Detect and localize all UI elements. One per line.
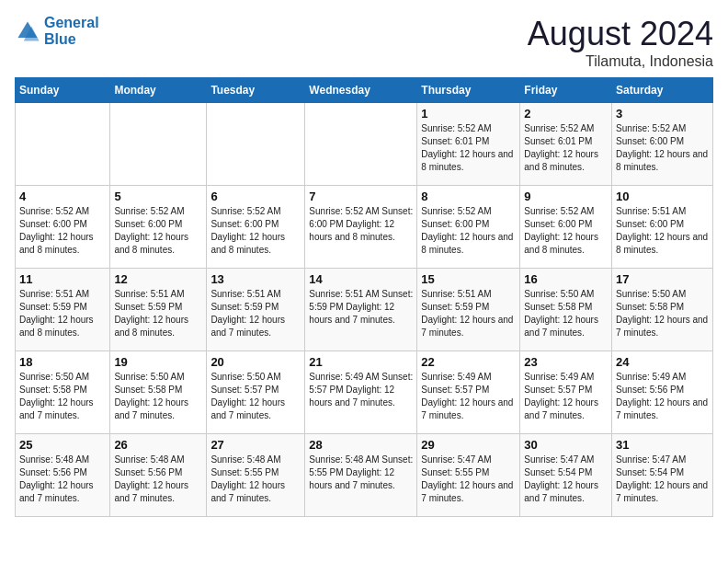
- calendar-cell: 27Sunrise: 5:48 AM Sunset: 5:55 PM Dayli…: [207, 434, 305, 517]
- calendar-cell: 15Sunrise: 5:51 AM Sunset: 5:59 PM Dayli…: [417, 269, 520, 351]
- calendar-cell: 16Sunrise: 5:50 AM Sunset: 5:58 PM Dayli…: [520, 269, 612, 351]
- calendar-cell: 18Sunrise: 5:50 AM Sunset: 5:58 PM Dayli…: [16, 351, 110, 434]
- cell-info-text: Sunrise: 5:52 AM Sunset: 6:00 PM Dayligh…: [309, 205, 413, 244]
- cell-day-number: 13: [210, 272, 301, 286]
- cell-day-number: 31: [616, 438, 709, 452]
- calendar-header-row: SundayMondayTuesdayWednesdayThursdayFrid…: [16, 78, 713, 103]
- cell-info-text: Sunrise: 5:52 AM Sunset: 6:01 PM Dayligh…: [421, 122, 516, 174]
- calendar-week-row: 11Sunrise: 5:51 AM Sunset: 5:59 PM Dayli…: [16, 269, 713, 351]
- cell-day-number: 19: [114, 355, 202, 369]
- calendar-cell: 20Sunrise: 5:50 AM Sunset: 5:57 PM Dayli…: [207, 351, 305, 434]
- calendar-cell: 14Sunrise: 5:51 AM Sunset: 5:59 PM Dayli…: [305, 269, 417, 351]
- cell-day-number: 29: [421, 438, 516, 452]
- calendar-cell: 4Sunrise: 5:52 AM Sunset: 6:00 PM Daylig…: [16, 186, 110, 269]
- cell-day-number: 30: [524, 438, 608, 452]
- cell-day-number: 6: [210, 190, 301, 203]
- calendar-cell: 26Sunrise: 5:48 AM Sunset: 5:56 PM Dayli…: [110, 434, 207, 517]
- calendar-cell: 2Sunrise: 5:52 AM Sunset: 6:01 PM Daylig…: [520, 103, 612, 186]
- calendar-week-row: 25Sunrise: 5:48 AM Sunset: 5:56 PM Dayli…: [16, 434, 713, 517]
- cell-info-text: Sunrise: 5:52 AM Sunset: 6:00 PM Dayligh…: [114, 205, 202, 257]
- calendar-cell: 5Sunrise: 5:52 AM Sunset: 6:00 PM Daylig…: [110, 186, 207, 269]
- calendar-cell: [110, 103, 207, 186]
- cell-day-number: 20: [210, 355, 301, 369]
- cell-info-text: Sunrise: 5:49 AM Sunset: 5:57 PM Dayligh…: [421, 371, 516, 422]
- logo: General Blue: [15, 15, 99, 47]
- calendar-cell: 3Sunrise: 5:52 AM Sunset: 6:00 PM Daylig…: [612, 103, 713, 186]
- cell-info-text: Sunrise: 5:50 AM Sunset: 5:57 PM Dayligh…: [210, 371, 301, 422]
- calendar-cell: 31Sunrise: 5:47 AM Sunset: 5:54 PM Dayli…: [612, 434, 713, 517]
- cell-info-text: Sunrise: 5:48 AM Sunset: 5:56 PM Dayligh…: [114, 454, 202, 505]
- cell-info-text: Sunrise: 5:49 AM Sunset: 5:56 PM Dayligh…: [616, 371, 709, 422]
- logo-icon: [15, 18, 40, 44]
- cell-day-number: 1: [421, 107, 516, 121]
- cell-info-text: Sunrise: 5:52 AM Sunset: 6:01 PM Dayligh…: [524, 122, 608, 174]
- cell-info-text: Sunrise: 5:50 AM Sunset: 5:58 PM Dayligh…: [524, 288, 608, 339]
- calendar-cell: 11Sunrise: 5:51 AM Sunset: 5:59 PM Dayli…: [16, 269, 110, 351]
- cell-info-text: Sunrise: 5:47 AM Sunset: 5:55 PM Dayligh…: [421, 454, 516, 505]
- logo-text-general: General: [44, 15, 99, 30]
- calendar-cell: 19Sunrise: 5:50 AM Sunset: 5:58 PM Dayli…: [110, 351, 207, 434]
- day-header-saturday: Saturday: [612, 78, 713, 103]
- calendar-week-row: 1Sunrise: 5:52 AM Sunset: 6:01 PM Daylig…: [16, 103, 713, 186]
- cell-info-text: Sunrise: 5:47 AM Sunset: 5:54 PM Dayligh…: [524, 454, 608, 505]
- cell-day-number: 27: [210, 438, 301, 452]
- cell-info-text: Sunrise: 5:52 AM Sunset: 6:00 PM Dayligh…: [19, 205, 106, 257]
- calendar-cell: 28Sunrise: 5:48 AM Sunset: 5:55 PM Dayli…: [305, 434, 417, 517]
- calendar-cell: 29Sunrise: 5:47 AM Sunset: 5:55 PM Dayli…: [417, 434, 520, 517]
- calendar-cell: 12Sunrise: 5:51 AM Sunset: 5:59 PM Dayli…: [110, 269, 207, 351]
- cell-info-text: Sunrise: 5:50 AM Sunset: 5:58 PM Dayligh…: [19, 371, 106, 422]
- cell-info-text: Sunrise: 5:51 AM Sunset: 5:59 PM Dayligh…: [421, 288, 516, 339]
- cell-day-number: 11: [19, 272, 106, 286]
- cell-info-text: Sunrise: 5:51 AM Sunset: 5:59 PM Dayligh…: [19, 288, 106, 339]
- day-header-friday: Friday: [520, 78, 612, 103]
- calendar-cell: 25Sunrise: 5:48 AM Sunset: 5:56 PM Dayli…: [16, 434, 110, 517]
- cell-info-text: Sunrise: 5:50 AM Sunset: 5:58 PM Dayligh…: [616, 288, 709, 339]
- cell-info-text: Sunrise: 5:52 AM Sunset: 6:00 PM Dayligh…: [616, 122, 709, 174]
- cell-day-number: 22: [421, 355, 516, 369]
- calendar-cell: 7Sunrise: 5:52 AM Sunset: 6:00 PM Daylig…: [305, 186, 417, 269]
- cell-day-number: 7: [309, 190, 413, 203]
- title-block: August 2024 Tilamuta, Indonesia: [528, 15, 713, 70]
- calendar-table: SundayMondayTuesdayWednesdayThursdayFrid…: [15, 77, 713, 517]
- cell-info-text: Sunrise: 5:50 AM Sunset: 5:58 PM Dayligh…: [114, 371, 202, 422]
- calendar-cell: 17Sunrise: 5:50 AM Sunset: 5:58 PM Dayli…: [612, 269, 713, 351]
- calendar-cell: 6Sunrise: 5:52 AM Sunset: 6:00 PM Daylig…: [207, 186, 305, 269]
- day-header-thursday: Thursday: [417, 78, 520, 103]
- logo-text-blue: Blue: [44, 31, 99, 48]
- calendar-cell: 13Sunrise: 5:51 AM Sunset: 5:59 PM Dayli…: [207, 269, 305, 351]
- calendar-subtitle: Tilamuta, Indonesia: [528, 53, 713, 70]
- cell-day-number: 3: [616, 107, 709, 121]
- calendar-cell: 24Sunrise: 5:49 AM Sunset: 5:56 PM Dayli…: [612, 351, 713, 434]
- cell-day-number: 14: [309, 272, 413, 286]
- cell-info-text: Sunrise: 5:51 AM Sunset: 5:59 PM Dayligh…: [114, 288, 202, 339]
- cell-info-text: Sunrise: 5:48 AM Sunset: 5:55 PM Dayligh…: [210, 454, 301, 505]
- day-header-tuesday: Tuesday: [207, 78, 305, 103]
- cell-day-number: 10: [616, 190, 709, 203]
- cell-day-number: 26: [114, 438, 202, 452]
- calendar-cell: 10Sunrise: 5:51 AM Sunset: 6:00 PM Dayli…: [612, 186, 713, 269]
- cell-info-text: Sunrise: 5:51 AM Sunset: 5:59 PM Dayligh…: [210, 288, 301, 339]
- cell-day-number: 9: [524, 190, 608, 203]
- cell-day-number: 28: [309, 438, 413, 452]
- calendar-cell: 9Sunrise: 5:52 AM Sunset: 6:00 PM Daylig…: [520, 186, 612, 269]
- calendar-cell: 1Sunrise: 5:52 AM Sunset: 6:01 PM Daylig…: [417, 103, 520, 186]
- calendar-title: August 2024: [528, 15, 713, 53]
- cell-day-number: 25: [19, 438, 106, 452]
- calendar-week-row: 4Sunrise: 5:52 AM Sunset: 6:00 PM Daylig…: [16, 186, 713, 269]
- cell-day-number: 23: [524, 355, 608, 369]
- calendar-cell: 30Sunrise: 5:47 AM Sunset: 5:54 PM Dayli…: [520, 434, 612, 517]
- cell-day-number: 5: [114, 190, 202, 203]
- calendar-cell: 22Sunrise: 5:49 AM Sunset: 5:57 PM Dayli…: [417, 351, 520, 434]
- cell-info-text: Sunrise: 5:52 AM Sunset: 6:00 PM Dayligh…: [524, 205, 608, 257]
- cell-day-number: 18: [19, 355, 106, 369]
- calendar-cell: 21Sunrise: 5:49 AM Sunset: 5:57 PM Dayli…: [305, 351, 417, 434]
- calendar-cell: [16, 103, 110, 186]
- cell-day-number: 17: [616, 272, 709, 286]
- day-header-sunday: Sunday: [16, 78, 110, 103]
- cell-day-number: 4: [19, 190, 106, 203]
- page-header: General Blue August 2024 Tilamuta, Indon…: [15, 15, 713, 70]
- cell-day-number: 12: [114, 272, 202, 286]
- calendar-cell: 23Sunrise: 5:49 AM Sunset: 5:57 PM Dayli…: [520, 351, 612, 434]
- cell-info-text: Sunrise: 5:52 AM Sunset: 6:00 PM Dayligh…: [421, 205, 516, 257]
- calendar-cell: [207, 103, 305, 186]
